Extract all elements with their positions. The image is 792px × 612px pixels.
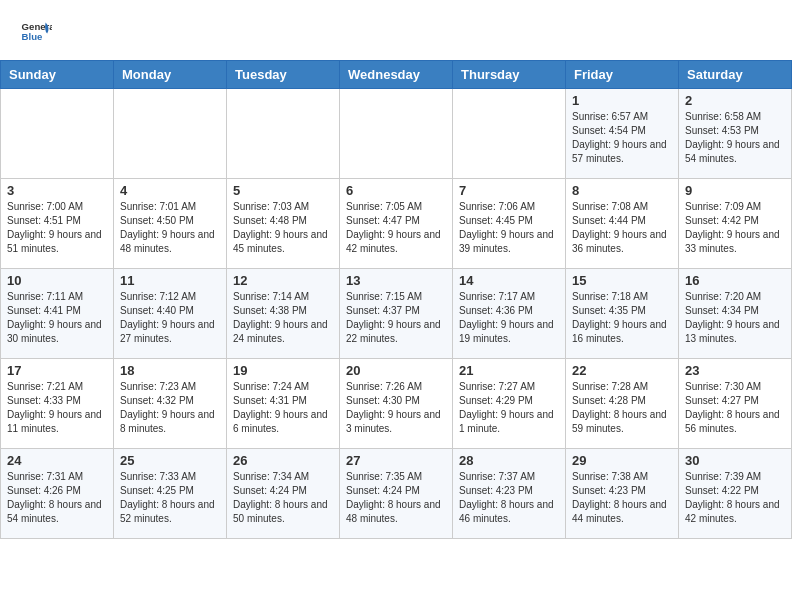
table-row: 22Sunrise: 7:28 AM Sunset: 4:28 PM Dayli…	[566, 359, 679, 449]
day-number: 3	[7, 183, 107, 198]
day-number: 19	[233, 363, 333, 378]
day-info: Sunrise: 7:18 AM Sunset: 4:35 PM Dayligh…	[572, 290, 672, 346]
svg-text:Blue: Blue	[22, 31, 43, 42]
day-info: Sunrise: 7:27 AM Sunset: 4:29 PM Dayligh…	[459, 380, 559, 436]
day-number: 10	[7, 273, 107, 288]
day-info: Sunrise: 7:01 AM Sunset: 4:50 PM Dayligh…	[120, 200, 220, 256]
day-number: 26	[233, 453, 333, 468]
table-row	[114, 89, 227, 179]
day-info: Sunrise: 7:30 AM Sunset: 4:27 PM Dayligh…	[685, 380, 785, 436]
day-number: 6	[346, 183, 446, 198]
day-number: 29	[572, 453, 672, 468]
day-info: Sunrise: 7:37 AM Sunset: 4:23 PM Dayligh…	[459, 470, 559, 526]
day-info: Sunrise: 7:15 AM Sunset: 4:37 PM Dayligh…	[346, 290, 446, 346]
calendar-week-row: 17Sunrise: 7:21 AM Sunset: 4:33 PM Dayli…	[1, 359, 792, 449]
table-row: 30Sunrise: 7:39 AM Sunset: 4:22 PM Dayli…	[679, 449, 792, 539]
day-info: Sunrise: 7:24 AM Sunset: 4:31 PM Dayligh…	[233, 380, 333, 436]
table-row: 3Sunrise: 7:00 AM Sunset: 4:51 PM Daylig…	[1, 179, 114, 269]
table-row: 6Sunrise: 7:05 AM Sunset: 4:47 PM Daylig…	[340, 179, 453, 269]
day-info: Sunrise: 7:20 AM Sunset: 4:34 PM Dayligh…	[685, 290, 785, 346]
table-row: 8Sunrise: 7:08 AM Sunset: 4:44 PM Daylig…	[566, 179, 679, 269]
day-info: Sunrise: 7:23 AM Sunset: 4:32 PM Dayligh…	[120, 380, 220, 436]
col-wednesday: Wednesday	[340, 61, 453, 89]
day-info: Sunrise: 7:05 AM Sunset: 4:47 PM Dayligh…	[346, 200, 446, 256]
calendar-week-row: 1Sunrise: 6:57 AM Sunset: 4:54 PM Daylig…	[1, 89, 792, 179]
table-row: 10Sunrise: 7:11 AM Sunset: 4:41 PM Dayli…	[1, 269, 114, 359]
col-saturday: Saturday	[679, 61, 792, 89]
day-number: 25	[120, 453, 220, 468]
day-info: Sunrise: 7:39 AM Sunset: 4:22 PM Dayligh…	[685, 470, 785, 526]
table-row	[453, 89, 566, 179]
day-info: Sunrise: 6:58 AM Sunset: 4:53 PM Dayligh…	[685, 110, 785, 166]
day-info: Sunrise: 6:57 AM Sunset: 4:54 PM Dayligh…	[572, 110, 672, 166]
day-number: 7	[459, 183, 559, 198]
logo-icon: General Blue	[20, 16, 52, 48]
day-info: Sunrise: 7:28 AM Sunset: 4:28 PM Dayligh…	[572, 380, 672, 436]
table-row: 7Sunrise: 7:06 AM Sunset: 4:45 PM Daylig…	[453, 179, 566, 269]
col-friday: Friday	[566, 61, 679, 89]
day-number: 23	[685, 363, 785, 378]
table-row: 14Sunrise: 7:17 AM Sunset: 4:36 PM Dayli…	[453, 269, 566, 359]
table-row: 29Sunrise: 7:38 AM Sunset: 4:23 PM Dayli…	[566, 449, 679, 539]
table-row: 9Sunrise: 7:09 AM Sunset: 4:42 PM Daylig…	[679, 179, 792, 269]
day-info: Sunrise: 7:38 AM Sunset: 4:23 PM Dayligh…	[572, 470, 672, 526]
day-number: 30	[685, 453, 785, 468]
day-number: 21	[459, 363, 559, 378]
day-info: Sunrise: 7:35 AM Sunset: 4:24 PM Dayligh…	[346, 470, 446, 526]
table-row: 18Sunrise: 7:23 AM Sunset: 4:32 PM Dayli…	[114, 359, 227, 449]
day-number: 15	[572, 273, 672, 288]
table-row: 5Sunrise: 7:03 AM Sunset: 4:48 PM Daylig…	[227, 179, 340, 269]
table-row: 12Sunrise: 7:14 AM Sunset: 4:38 PM Dayli…	[227, 269, 340, 359]
calendar-week-row: 10Sunrise: 7:11 AM Sunset: 4:41 PM Dayli…	[1, 269, 792, 359]
day-number: 14	[459, 273, 559, 288]
day-number: 20	[346, 363, 446, 378]
calendar-header-row: Sunday Monday Tuesday Wednesday Thursday…	[1, 61, 792, 89]
day-number: 28	[459, 453, 559, 468]
day-number: 9	[685, 183, 785, 198]
day-number: 2	[685, 93, 785, 108]
table-row: 20Sunrise: 7:26 AM Sunset: 4:30 PM Dayli…	[340, 359, 453, 449]
day-info: Sunrise: 7:21 AM Sunset: 4:33 PM Dayligh…	[7, 380, 107, 436]
day-info: Sunrise: 7:11 AM Sunset: 4:41 PM Dayligh…	[7, 290, 107, 346]
day-info: Sunrise: 7:03 AM Sunset: 4:48 PM Dayligh…	[233, 200, 333, 256]
col-tuesday: Tuesday	[227, 61, 340, 89]
day-info: Sunrise: 7:00 AM Sunset: 4:51 PM Dayligh…	[7, 200, 107, 256]
table-row: 15Sunrise: 7:18 AM Sunset: 4:35 PM Dayli…	[566, 269, 679, 359]
table-row: 26Sunrise: 7:34 AM Sunset: 4:24 PM Dayli…	[227, 449, 340, 539]
day-number: 22	[572, 363, 672, 378]
day-number: 27	[346, 453, 446, 468]
day-number: 18	[120, 363, 220, 378]
day-number: 12	[233, 273, 333, 288]
day-info: Sunrise: 7:09 AM Sunset: 4:42 PM Dayligh…	[685, 200, 785, 256]
day-info: Sunrise: 7:31 AM Sunset: 4:26 PM Dayligh…	[7, 470, 107, 526]
table-row: 23Sunrise: 7:30 AM Sunset: 4:27 PM Dayli…	[679, 359, 792, 449]
day-number: 8	[572, 183, 672, 198]
day-number: 4	[120, 183, 220, 198]
day-info: Sunrise: 7:14 AM Sunset: 4:38 PM Dayligh…	[233, 290, 333, 346]
table-row: 11Sunrise: 7:12 AM Sunset: 4:40 PM Dayli…	[114, 269, 227, 359]
day-number: 1	[572, 93, 672, 108]
day-info: Sunrise: 7:06 AM Sunset: 4:45 PM Dayligh…	[459, 200, 559, 256]
col-sunday: Sunday	[1, 61, 114, 89]
table-row: 1Sunrise: 6:57 AM Sunset: 4:54 PM Daylig…	[566, 89, 679, 179]
table-row	[227, 89, 340, 179]
table-row: 24Sunrise: 7:31 AM Sunset: 4:26 PM Dayli…	[1, 449, 114, 539]
day-info: Sunrise: 7:12 AM Sunset: 4:40 PM Dayligh…	[120, 290, 220, 346]
table-row: 27Sunrise: 7:35 AM Sunset: 4:24 PM Dayli…	[340, 449, 453, 539]
day-info: Sunrise: 7:17 AM Sunset: 4:36 PM Dayligh…	[459, 290, 559, 346]
day-info: Sunrise: 7:33 AM Sunset: 4:25 PM Dayligh…	[120, 470, 220, 526]
day-info: Sunrise: 7:26 AM Sunset: 4:30 PM Dayligh…	[346, 380, 446, 436]
day-info: Sunrise: 7:08 AM Sunset: 4:44 PM Dayligh…	[572, 200, 672, 256]
table-row: 28Sunrise: 7:37 AM Sunset: 4:23 PM Dayli…	[453, 449, 566, 539]
table-row: 2Sunrise: 6:58 AM Sunset: 4:53 PM Daylig…	[679, 89, 792, 179]
calendar-week-row: 24Sunrise: 7:31 AM Sunset: 4:26 PM Dayli…	[1, 449, 792, 539]
day-number: 16	[685, 273, 785, 288]
table-row: 19Sunrise: 7:24 AM Sunset: 4:31 PM Dayli…	[227, 359, 340, 449]
day-number: 13	[346, 273, 446, 288]
table-row: 21Sunrise: 7:27 AM Sunset: 4:29 PM Dayli…	[453, 359, 566, 449]
table-row: 16Sunrise: 7:20 AM Sunset: 4:34 PM Dayli…	[679, 269, 792, 359]
day-number: 5	[233, 183, 333, 198]
calendar-table: Sunday Monday Tuesday Wednesday Thursday…	[0, 60, 792, 539]
table-row: 25Sunrise: 7:33 AM Sunset: 4:25 PM Dayli…	[114, 449, 227, 539]
logo: General Blue	[20, 16, 56, 48]
